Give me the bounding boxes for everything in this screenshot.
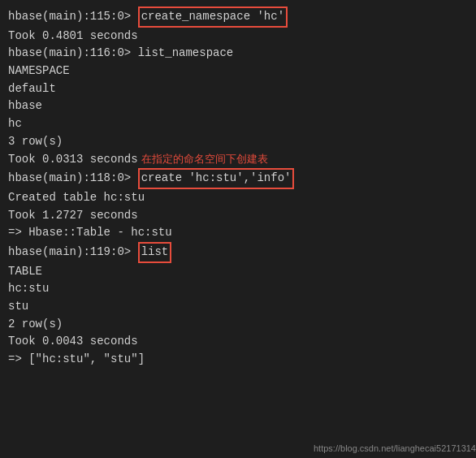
terminal-line-6: hbase [8, 97, 468, 115]
output-8: 3 row(s) [8, 133, 63, 151]
terminal-window: hbase(main):115:0> create_namespace 'hc'… [0, 0, 476, 458]
output-12: Took 1.2727 seconds [8, 207, 138, 225]
output-9: Took 0.0313 seconds [8, 151, 138, 169]
terminal-line-10: hbase(main):118:0> create 'hc:stu','info… [8, 168, 468, 189]
output-20: => ["hc:stu", "stu"] [8, 351, 145, 369]
output-17: stu [8, 298, 28, 316]
terminal-line-5: default [8, 80, 468, 98]
watermark: https://blog.csdn.net/lianghecai52171314 [314, 443, 476, 453]
terminal-line-14: hbase(main):119:0> list [8, 242, 468, 263]
output-7: hc [8, 115, 22, 133]
terminal-line-4: NAMESPACE [8, 63, 468, 80]
command-10: create 'hc:stu','info' [138, 168, 295, 189]
output-4: NAMESPACE [8, 63, 70, 80]
output-19: Took 0.0043 seconds [8, 333, 138, 351]
output-6: hbase [8, 97, 42, 115]
prompt-14: hbase(main):119:0> [8, 244, 138, 261]
output-5: default [8, 80, 56, 98]
terminal-line-3: hbase(main):116:0> list_namespace [8, 45, 468, 63]
output-18: 2 row(s) [8, 316, 63, 334]
terminal-line-8: 3 row(s) [8, 133, 468, 151]
terminal-line-12: Took 1.2727 seconds [8, 207, 468, 225]
command-14: list [138, 242, 172, 263]
annotation-create-table: 在指定的命名空间下创建表 [141, 151, 268, 167]
output-2: Took 0.4801 seconds [8, 28, 138, 45]
output-15: TABLE [8, 263, 42, 281]
output-16: hc:stu [8, 280, 49, 298]
terminal-line-17: stu [8, 298, 468, 316]
terminal-line-2: Took 0.4801 seconds [8, 28, 468, 45]
prompt-3: hbase(main):116:0> list_namespace [8, 45, 233, 63]
output-13: => Hbase::Table - hc:stu [8, 224, 172, 242]
terminal-line-7: hc [8, 115, 468, 133]
terminal-line-9: Took 0.0313 seconds在指定的命名空间下创建表 [8, 151, 468, 169]
output-11: Created table hc:stu [8, 189, 145, 207]
terminal-line-1: hbase(main):115:0> create_namespace 'hc' [8, 6, 468, 28]
terminal-line-20: => ["hc:stu", "stu"] [8, 351, 468, 369]
terminal-line-11: Created table hc:stu [8, 189, 468, 207]
prompt-10: hbase(main):118:0> [8, 170, 138, 188]
terminal-line-15: TABLE [8, 263, 468, 281]
terminal-line-13: => Hbase::Table - hc:stu [8, 224, 468, 242]
terminal-line-16: hc:stu [8, 280, 468, 298]
terminal-line-19: Took 0.0043 seconds [8, 333, 468, 351]
prompt-1: hbase(main):115:0> [8, 8, 138, 26]
command-1: create_namespace 'hc' [138, 6, 288, 28]
terminal-line-18: 2 row(s) [8, 316, 468, 334]
